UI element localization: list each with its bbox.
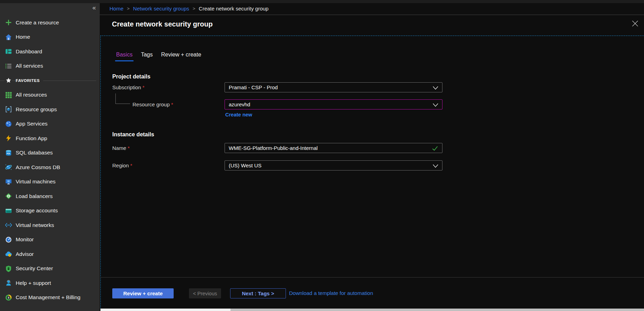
region-dropdown[interactable]: (US) West US [225, 160, 442, 170]
tab-review-create-label: Review + create [161, 52, 201, 58]
required-asterisk: * [171, 101, 173, 107]
sidebar-item-label: Function App [16, 135, 47, 142]
create-new-link[interactable]: Create new [225, 112, 252, 117]
panel-header: Create network security group [100, 15, 644, 33]
sidebar-item-dashboard[interactable]: Dashboard [0, 44, 100, 59]
monitor-icon [5, 236, 12, 243]
required-asterisk: * [130, 162, 132, 168]
required-asterisk: * [143, 84, 145, 90]
sidebar-item-advisor[interactable]: Advisor [0, 247, 100, 261]
close-icon [632, 20, 638, 28]
footer-divider [100, 277, 644, 278]
sidebar-item-virtual-networks[interactable]: Virtual networks [0, 218, 100, 233]
breadcrumb-separator-icon: > [189, 6, 199, 11]
tab-bar: Basics Tags Review + create [116, 52, 201, 61]
sidebar-item-storage-accounts[interactable]: Storage accounts [0, 204, 100, 218]
sidebar-item-create-a-resource[interactable]: Create a resource [0, 15, 100, 30]
grid-icon [5, 91, 12, 99]
resource-group-value: azurevhd [229, 101, 250, 107]
horizontal-scrollbar-thumb[interactable] [100, 309, 230, 311]
sidebar-item-help-support[interactable]: Help + support [0, 276, 100, 290]
azure-portal-window: « Create a resourceHomeDashboardAll serv… [0, 0, 644, 311]
sidebar-item-monitor[interactable]: Monitor [0, 233, 100, 247]
region-label-text: Region [112, 162, 129, 168]
breadcrumb-network-security-groups[interactable]: Network security groups [133, 6, 189, 12]
sidebar-item-label: Azure Cosmos DB [16, 164, 60, 170]
download-template-link[interactable]: Download a template for automation [289, 290, 373, 296]
dashboard-icon [5, 48, 12, 55]
name-label-text: Name [112, 145, 126, 151]
sidebar-item-label: Cost Management + Billing [16, 294, 81, 301]
sidebar-items: Create a resourceHomeDashboardAll servic… [0, 15, 100, 305]
sidebar-item-security-center[interactable]: Security Center [0, 261, 100, 276]
load-balancer-icon [5, 192, 12, 200]
chevron-down-icon [432, 85, 439, 92]
help-icon [5, 279, 12, 287]
page-title: Create network security group [112, 20, 213, 28]
chevron-down-icon [432, 164, 439, 170]
sidebar-item-label: Advisor [16, 251, 34, 257]
storage-icon [5, 207, 12, 214]
sidebar-item-label: Dashboard [16, 48, 42, 55]
region-value: (US) West US [229, 162, 262, 168]
field-connector-line [115, 104, 130, 104]
sidebar-item-label: Create a resource [16, 20, 59, 26]
name-label: Name* [112, 145, 130, 151]
chevron-down-icon [432, 103, 439, 109]
next-tags-button[interactable]: Next : Tags > [230, 288, 286, 298]
advisor-icon [5, 250, 12, 258]
tab-basics-label: Basics [116, 52, 132, 58]
plus-icon [5, 19, 12, 26]
tab-basics[interactable]: Basics [116, 52, 132, 61]
sidebar-item-virtual-machines[interactable]: Virtual machines [0, 175, 100, 189]
cost-icon: $ [5, 294, 12, 301]
sidebar-item-azure-cosmos-db[interactable]: Azure Cosmos DB [0, 160, 100, 175]
valid-check-icon [432, 145, 438, 153]
resource-group-label: Resource group* [132, 101, 173, 107]
previous-button[interactable]: < Previous [189, 288, 221, 298]
sidebar-item-label: Storage accounts [16, 207, 58, 214]
tab-tags[interactable]: Tags [141, 52, 153, 61]
svg-text:SQL: SQL [6, 152, 10, 154]
sidebar-item-label: Resource groups [16, 106, 57, 113]
security-icon [5, 265, 12, 272]
horizontal-scrollbar[interactable] [100, 309, 644, 311]
home-icon [5, 33, 12, 41]
function-icon [5, 135, 12, 142]
svg-text:$: $ [8, 296, 9, 299]
field-connector-line [115, 93, 116, 104]
project-details-heading: Project details [112, 74, 150, 80]
subscription-label-text: Subscription [112, 84, 141, 90]
resource-group-icon [5, 106, 12, 113]
main-area: Home > Network security groups > Create … [100, 0, 644, 311]
resource-group-label-text: Resource group [132, 101, 170, 107]
sidebar-item-label: Virtual machines [16, 179, 55, 185]
breadcrumb-current-page: Create network security group [199, 6, 268, 12]
close-panel-button[interactable] [631, 20, 639, 28]
sidebar-item-label: Help + support [16, 280, 51, 286]
tab-review-create[interactable]: Review + create [161, 52, 201, 61]
sidebar-item-label: Security Center [16, 265, 53, 272]
sidebar-item-label: All services [16, 63, 43, 69]
region-label: Region* [112, 162, 132, 168]
sidebar-item-function-app[interactable]: Function App [0, 131, 100, 146]
sidebar-item-load-balancers[interactable]: Load balancers [0, 189, 100, 204]
sidebar-item-resource-groups[interactable]: Resource groups [0, 102, 100, 117]
required-asterisk: * [128, 145, 130, 151]
sidebar-item-all-services[interactable]: All services [0, 59, 100, 74]
window-top-strip [0, 0, 644, 3]
resource-group-dropdown[interactable]: azurevhd [225, 99, 442, 109]
sidebar-item-sql-databases[interactable]: SQLSQL databases [0, 146, 100, 160]
sidebar-item-all-resources[interactable]: All resources [0, 88, 100, 103]
sidebar-item-cost-management-billing[interactable]: $Cost Management + Billing [0, 290, 100, 305]
cosmos-icon [5, 164, 12, 171]
sidebar-item-home[interactable]: Home [0, 30, 100, 45]
sidebar-collapse-button[interactable]: « [92, 5, 96, 11]
breadcrumb-home[interactable]: Home [109, 6, 123, 12]
review-create-button[interactable]: Review + create [112, 288, 174, 298]
vnet-icon [5, 221, 12, 229]
sidebar-item-app-services[interactable]: App Services [0, 117, 100, 131]
sidebar-item-label: Load balancers [16, 193, 53, 199]
name-input[interactable]: WME-SG-Platform-Public-and-Internal [225, 143, 442, 153]
subscription-dropdown[interactable]: Pramati - CSP - Prod [225, 82, 442, 92]
